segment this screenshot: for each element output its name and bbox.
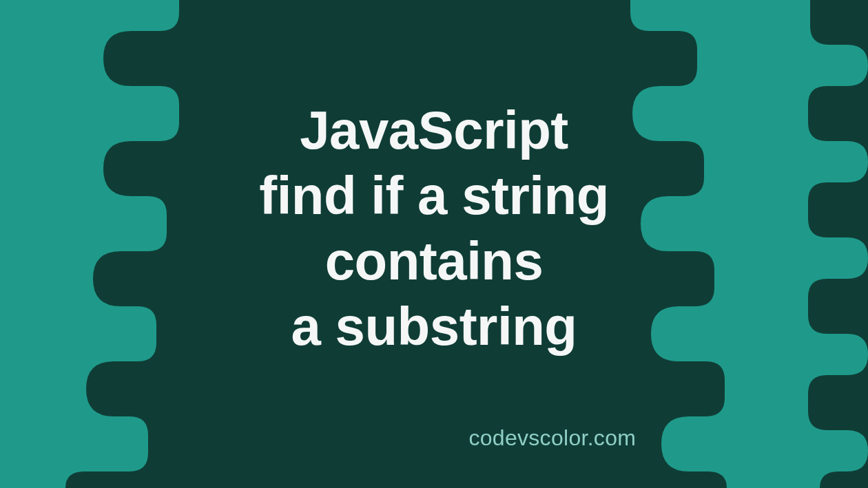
title-block: JavaScript find if a string contains a s… <box>124 97 744 359</box>
title-line-3: contains <box>124 229 744 294</box>
attribution-text: codevscolor.com <box>468 425 636 451</box>
title-line-4: a substring <box>124 294 744 359</box>
decorative-blob-right <box>730 0 868 488</box>
title-line-1: JavaScript <box>124 97 744 162</box>
title-line-2: find if a string <box>124 163 744 229</box>
